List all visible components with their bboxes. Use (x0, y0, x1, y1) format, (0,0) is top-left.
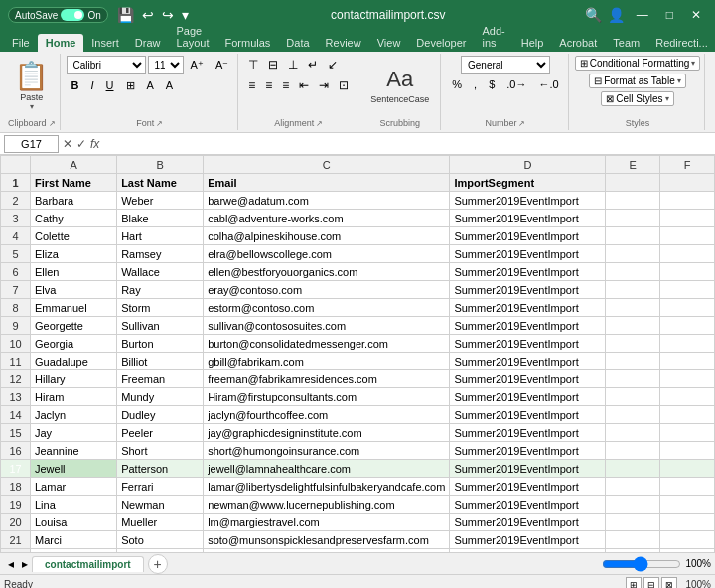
number-format-select[interactable]: General (461, 56, 550, 74)
cell-11-B[interactable]: Billiot (117, 353, 204, 370)
normal-view-btn[interactable]: ⊞ (626, 577, 642, 589)
cell-19-A[interactable]: Lina (31, 496, 117, 514)
font-name-select[interactable]: Calibri (67, 56, 146, 74)
cell-6-C[interactable]: ellen@bestforyouorganics.com (204, 263, 450, 281)
conditional-formatting-button[interactable]: ⊞ Conditional Formatting ▾ (575, 56, 701, 71)
cell-10-C[interactable]: burton@consolidatedmessenger.com (204, 335, 450, 353)
table-row[interactable]: 13HiramMundyHiram@firstupconsultants.com… (1, 388, 715, 406)
cell-14-A[interactable]: Jaclyn (31, 406, 117, 424)
cell-6-F[interactable] (660, 263, 715, 281)
cell-7-D[interactable]: Summer2019EventImport (450, 281, 606, 299)
cell-11-D[interactable]: Summer2019EventImport (450, 353, 606, 370)
zoom-slider[interactable] (602, 556, 681, 572)
row-number-4[interactable]: 4 (1, 227, 31, 245)
tab-file[interactable]: File (4, 34, 38, 52)
cell-22-B[interactable]: Bracken (117, 549, 204, 553)
cell-ref-input[interactable] (4, 135, 59, 153)
cell-5-D[interactable]: Summer2019EventImport (450, 245, 606, 263)
cell-22-E[interactable] (606, 549, 660, 553)
cell-11-F[interactable] (660, 353, 715, 370)
table-row[interactable]: 15JayPeelerjay@graphicdesigninstitute.co… (1, 424, 715, 442)
tab-formulas[interactable]: Formulas (217, 34, 279, 52)
table-row[interactable]: 4ColetteHartcolha@alpineskihouse.comSumm… (1, 227, 715, 245)
table-row[interactable]: 19LinaNewmannewman@www.lucernepublishing… (1, 496, 715, 514)
cell-5-B[interactable]: Ramsey (117, 245, 204, 263)
cell-2-D[interactable]: Summer2019EventImport (450, 192, 606, 210)
increase-decimal-button[interactable]: .0→ (501, 75, 531, 93)
col-header-c[interactable]: C (204, 156, 450, 174)
page-layout-view-btn[interactable]: ⊟ (644, 577, 659, 589)
cell-4-A[interactable]: Colette (31, 227, 117, 245)
formula-cancel-icon[interactable]: ✕ (63, 137, 72, 151)
cell-20-D[interactable]: Summer2019EventImport (450, 514, 606, 531)
cell-19-B[interactable]: Newman (117, 496, 204, 514)
decrease-font-btn[interactable]: A⁻ (211, 56, 233, 74)
cell-3-E[interactable] (606, 210, 660, 227)
tab-page-layout[interactable]: Page Layout (168, 22, 216, 52)
wrap-text-button[interactable]: ↵ (304, 56, 322, 74)
font-color-button[interactable]: A (161, 76, 178, 94)
cell-16-F[interactable] (660, 442, 715, 460)
cell-12-F[interactable] (660, 370, 715, 388)
cell-13-A[interactable]: Hiram (31, 388, 117, 406)
table-row[interactable]: 7ElvaRayeray@contoso.comSummer2019EventI… (1, 281, 715, 299)
table-row[interactable]: 3CathyBlakecabl@adventure-works.comSumme… (1, 210, 715, 227)
tab-developer[interactable]: Developer (408, 34, 474, 52)
row-number-7[interactable]: 7 (1, 281, 31, 299)
cell-6-B[interactable]: Wallace (117, 263, 204, 281)
dollar-button[interactable]: $ (484, 75, 500, 93)
tab-home[interactable]: Home (38, 34, 84, 52)
cell-8-A[interactable]: Emmanuel (31, 299, 117, 317)
cell-11-C[interactable]: gbill@fabrikam.com (204, 353, 450, 370)
table-row[interactable]: 18LamarFerrarilamar@libertysdelightfulsi… (1, 478, 715, 496)
cell-4-D[interactable]: Summer2019EventImport (450, 227, 606, 245)
row-number-15[interactable]: 15 (1, 424, 31, 442)
cell-14-F[interactable] (660, 406, 715, 424)
cell-10-A[interactable]: Georgia (31, 335, 117, 353)
cell-8-E[interactable] (606, 299, 660, 317)
row-number-14[interactable]: 14 (1, 406, 31, 424)
alignment-expand-icon[interactable]: ↗ (316, 119, 323, 128)
col-header-d[interactable]: D (450, 156, 606, 174)
cell-15-D[interactable]: Summer2019EventImport (450, 424, 606, 442)
row-number-8[interactable]: 8 (1, 299, 31, 317)
user-icon[interactable]: 👤 (608, 7, 625, 23)
increase-indent-button[interactable]: ⇥ (315, 76, 333, 94)
cell-21-A[interactable]: Marci (31, 531, 117, 549)
cell-13-F[interactable] (660, 388, 715, 406)
cell-1-C[interactable]: Email (204, 174, 450, 192)
cell-8-F[interactable] (660, 299, 715, 317)
cell-styles-dropdown-arrow[interactable]: ▾ (665, 94, 669, 103)
sheet-tab-contactmailimport[interactable]: contactmailimport (32, 556, 144, 572)
cell-8-C[interactable]: estorm@contoso.com (204, 299, 450, 317)
autosave-toggle[interactable]: AutoSave On (8, 7, 108, 23)
row-number-19[interactable]: 19 (1, 496, 31, 514)
align-top-button[interactable]: ⊤ (244, 56, 262, 74)
cell-17-A[interactable]: Jewell (31, 460, 117, 478)
cell-16-E[interactable] (606, 442, 660, 460)
cell-5-E[interactable] (606, 245, 660, 263)
cell-21-B[interactable]: Soto (117, 531, 204, 549)
tab-view[interactable]: View (369, 34, 409, 52)
table-row[interactable]: 9GeorgetteSullivansullivan@contososuites… (1, 317, 715, 335)
cell-21-D[interactable]: Summer2019EventImport (450, 531, 606, 549)
table-row[interactable]: 16JeannineShortshort@humongoinsurance.co… (1, 442, 715, 460)
cell-13-C[interactable]: Hiram@firstupconsultants.com (204, 388, 450, 406)
cell-22-C[interactable]: mb@nodpublishers.com (204, 549, 450, 553)
cell-19-D[interactable]: Summer2019EventImport (450, 496, 606, 514)
cell-17-B[interactable]: Patterson (117, 460, 204, 478)
row-number-12[interactable]: 12 (1, 370, 31, 388)
cell-19-F[interactable] (660, 496, 715, 514)
tab-draw[interactable]: Draw (127, 34, 169, 52)
cell-16-D[interactable]: Summer2019EventImport (450, 442, 606, 460)
cell-15-C[interactable]: jay@graphicdesigninstitute.com (204, 424, 450, 442)
row-number-3[interactable]: 3 (1, 210, 31, 227)
cell-4-F[interactable] (660, 227, 715, 245)
align-middle-button[interactable]: ⊟ (264, 56, 282, 74)
tab-data[interactable]: Data (278, 34, 317, 52)
cell-20-A[interactable]: Louisa (31, 514, 117, 531)
cell-18-F[interactable] (660, 478, 715, 496)
row-number-1[interactable]: 1 (1, 174, 31, 192)
cell-14-C[interactable]: jaclyn@fourthcoffee.com (204, 406, 450, 424)
table-row[interactable]: 12HillaryFreemanfreeman@fabrikamresidenc… (1, 370, 715, 388)
